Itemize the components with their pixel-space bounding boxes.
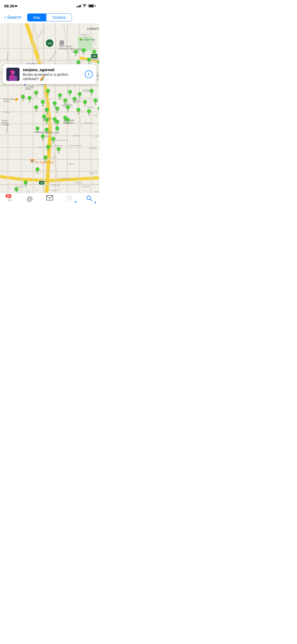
map-pin[interactable] xyxy=(94,99,97,105)
svg-text:110: 110 xyxy=(48,42,51,45)
map-pin[interactable] xyxy=(34,105,38,112)
activity-dot xyxy=(74,201,77,203)
tab-mentions[interactable]: @ xyxy=(23,195,36,203)
svg-text:CHINATOWN: CHINATOWN xyxy=(87,27,99,30)
svg-text:San Julian St: San Julian St xyxy=(57,139,68,141)
segment-map-label: Map xyxy=(33,15,40,20)
map-pin[interactable] xyxy=(73,97,76,103)
svg-text:Market: Market xyxy=(4,100,10,103)
map-pin[interactable] xyxy=(92,50,96,56)
map-pin[interactable] xyxy=(83,100,87,106)
map-pin[interactable] xyxy=(24,181,27,187)
map-pin[interactable] xyxy=(21,95,25,101)
mentions-icon: @ xyxy=(26,195,33,203)
status-icons xyxy=(77,4,95,7)
map-pin[interactable] xyxy=(36,167,39,174)
popup-info-label: i xyxy=(88,72,89,77)
map-pin[interactable] xyxy=(90,89,93,95)
map-pin[interactable] xyxy=(66,118,70,124)
segment-timeline[interactable]: Timeline xyxy=(46,13,72,21)
svg-rect-108 xyxy=(24,84,26,85)
map-pin[interactable] xyxy=(58,93,62,100)
svg-text:Boyd St: Boyd St xyxy=(87,106,94,108)
map-pin[interactable] xyxy=(55,126,59,133)
svg-text:5th St: 5th St xyxy=(95,135,99,137)
svg-point-118 xyxy=(10,70,13,73)
svg-text:E 6th St: E 6th St xyxy=(90,147,96,149)
map-pin[interactable] xyxy=(34,91,38,97)
back-button[interactable]: ‹ Search xyxy=(4,15,21,20)
svg-text:Ca: Ca xyxy=(97,78,99,81)
svg-text:E 14th Pl: E 14th Pl xyxy=(50,190,58,191)
time-display: 08:28 xyxy=(4,4,14,8)
map-pin[interactable] xyxy=(41,100,45,106)
map-pin[interactable] xyxy=(98,60,99,67)
svg-text:Ar: Ar xyxy=(97,76,99,78)
popup-caption: Books arranged in a perfect rainbow!!! 🌈… xyxy=(23,72,82,81)
map-pin[interactable] xyxy=(66,105,70,112)
svg-text:E 5th St: E 5th St xyxy=(73,135,79,137)
svg-text:E Pico Blvd: E Pico Blvd xyxy=(40,180,49,182)
map-pin[interactable] xyxy=(46,89,50,95)
popup-username: sanjana_agarwal xyxy=(23,67,82,72)
svg-text:WALT DISNEY: WALT DISNEY xyxy=(59,45,73,48)
popup-info-button[interactable]: i xyxy=(85,70,93,78)
nav-bar: ‹ Search Map Timeline xyxy=(0,12,99,23)
svg-point-111 xyxy=(15,98,18,101)
svg-text:E 11th St: E 11th St xyxy=(82,186,89,187)
svg-rect-119 xyxy=(10,74,13,79)
wifi-icon xyxy=(82,4,87,7)
svg-text:E 7th St: E 7th St xyxy=(98,162,99,164)
map-pin[interactable] xyxy=(82,48,86,55)
svg-text:Library: Library xyxy=(25,88,31,90)
svg-text:S San Pedro St: S San Pedro St xyxy=(69,145,81,146)
map-pin[interactable] xyxy=(55,107,59,113)
map-pin[interactable] xyxy=(74,50,78,56)
svg-text:S Los: S Los xyxy=(51,157,56,158)
map-pin[interactable] xyxy=(87,109,91,116)
status-time: 08:28 ▶ xyxy=(4,4,17,8)
map-pin[interactable] xyxy=(87,58,91,64)
segment-map[interactable]: Map xyxy=(27,13,46,21)
tab-mail[interactable] xyxy=(43,195,56,202)
map-pin[interactable] xyxy=(55,120,59,126)
map-pin[interactable] xyxy=(28,96,31,102)
svg-text:E 14th St: E 14th St xyxy=(51,184,59,186)
svg-text:Kohler St: Kohler St xyxy=(90,172,97,174)
map-pin[interactable] xyxy=(63,99,67,105)
map-pin[interactable] xyxy=(78,92,82,98)
svg-rect-120 xyxy=(46,195,53,200)
svg-text:CONCERT HALL: CONCERT HALL xyxy=(58,48,74,50)
svg-text:E 18: E 18 xyxy=(26,191,30,193)
map-pin[interactable] xyxy=(45,118,49,124)
map-pin[interactable] xyxy=(77,108,80,114)
map-pin[interactable] xyxy=(41,134,45,141)
map-pin[interactable] xyxy=(51,137,55,143)
svg-text:A. Live: A. Live xyxy=(3,111,10,113)
svg-text:Dewap Rd: Dewap Rd xyxy=(81,34,89,36)
map-pin[interactable] xyxy=(45,108,49,114)
map-pin[interactable] xyxy=(98,107,99,113)
svg-text:E 10th St: E 10th St xyxy=(74,182,82,183)
tab-activity[interactable]: ♡ xyxy=(63,195,76,203)
svg-text:🏪: 🏪 xyxy=(31,159,34,162)
tab-home[interactable]: ⌂ 35 xyxy=(3,195,17,203)
map-pin[interactable] xyxy=(44,155,47,162)
map-pin[interactable] xyxy=(68,90,72,96)
svg-text:VA: VA xyxy=(97,73,99,75)
post-popup[interactable]: sanjana_agarwal Books arranged in a perf… xyxy=(3,64,96,84)
search-icon xyxy=(86,195,92,203)
search-dot xyxy=(94,201,96,203)
map-pin[interactable] xyxy=(45,128,49,134)
back-label: Search xyxy=(7,15,21,20)
status-bar: 08:28 ▶ xyxy=(0,0,99,12)
svg-text:E Pico Blvd: E Pico Blvd xyxy=(61,178,70,180)
tab-search[interactable] xyxy=(83,195,96,203)
map-view[interactable]: 110 101 10 CHINATOWN 🌳 Grand Park Los An… xyxy=(0,23,99,198)
map-pin[interactable] xyxy=(57,147,60,153)
map-pin[interactable] xyxy=(46,145,50,151)
svg-text:E: E xyxy=(8,187,9,189)
popup-avatar xyxy=(6,68,20,81)
signal-icon xyxy=(77,4,81,7)
map-pin[interactable] xyxy=(36,126,39,133)
